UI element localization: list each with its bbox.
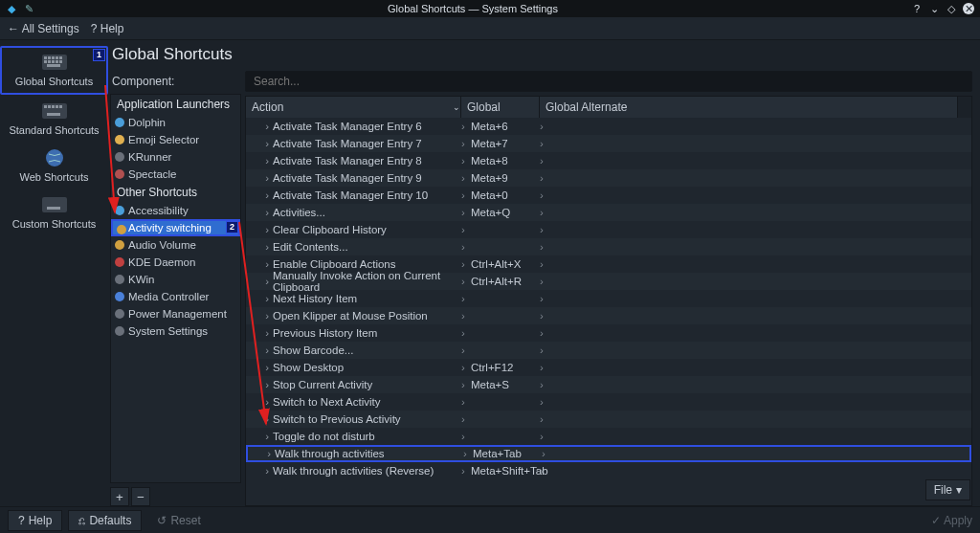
expand-icon[interactable]: ›: [246, 276, 273, 287]
chev-icon: ›: [542, 448, 551, 459]
table-row[interactable]: › Stop Current Activity › Meta+S ›: [246, 376, 971, 393]
comp-item-emoji[interactable]: Emoji Selector: [111, 131, 240, 148]
chev-icon: ›: [461, 241, 471, 253]
expand-icon[interactable]: ›: [246, 241, 273, 253]
expand-icon[interactable]: ›: [246, 344, 273, 356]
comp-item-activity-switching[interactable]: Activity switching2: [111, 219, 240, 236]
remove-button[interactable]: −: [131, 487, 150, 506]
table-row[interactable]: › Previous History Item › ›: [246, 324, 971, 342]
comp-item-audio-volume[interactable]: Audio Volume: [111, 236, 240, 254]
table-row[interactable]: › Activate Task Manager Entry 8 › Meta+8…: [246, 152, 971, 169]
table-row[interactable]: › Walk through activities (Reverse) › Me…: [246, 462, 971, 479]
svg-rect-5: [59, 56, 62, 59]
header-alternate[interactable]: Global Alternate: [540, 97, 958, 118]
reset-button[interactable]: ↺ Reset: [147, 510, 210, 531]
comp-item-kde-daemon[interactable]: KDE Daemon: [111, 254, 240, 271]
table-row[interactable]: › Activate Task Manager Entry 9 › Meta+9…: [246, 169, 971, 187]
add-button[interactable]: +: [110, 487, 129, 506]
defaults-label: Defaults: [89, 514, 131, 527]
sidebar-item-global-shortcuts[interactable]: Global Shortcuts 1: [0, 46, 108, 95]
global-shortcut: Meta+8: [471, 155, 540, 167]
table-row[interactable]: › Show Desktop › Ctrl+F12 ›: [246, 359, 971, 376]
table-row[interactable]: › Show Barcode... › ›: [246, 342, 971, 359]
table-row[interactable]: › Manually Invoke Action on Current Clip…: [246, 273, 971, 290]
header-global[interactable]: Global: [461, 97, 540, 118]
help-button[interactable]: ?Help: [8, 510, 62, 531]
comp-item-system-settings[interactable]: System Settings: [111, 322, 240, 340]
svg-rect-20: [42, 197, 67, 212]
comp-item-power[interactable]: Power Management: [111, 305, 240, 322]
callout-2: 2: [226, 221, 238, 233]
sidebar-item-custom-shortcuts[interactable]: Custom Shortcuts: [0, 190, 108, 235]
expand-icon[interactable]: ›: [246, 362, 273, 373]
comp-item-accessibility[interactable]: Accessibility: [111, 202, 240, 219]
comp-item-krunner[interactable]: KRunner: [111, 148, 240, 166]
expand-icon[interactable]: ›: [246, 121, 273, 132]
table-row[interactable]: › Open Klipper at Mouse Position › ›: [246, 307, 971, 324]
defaults-button[interactable]: ⎌Defaults: [68, 510, 142, 531]
reset-icon: ↺: [157, 514, 167, 527]
action-label: Walk through activities: [275, 448, 463, 459]
table-row[interactable]: › Switch to Previous Activity › ›: [246, 411, 971, 428]
expand-icon[interactable]: ›: [246, 379, 273, 390]
action-label: Previous History Item: [273, 327, 461, 339]
expand-icon[interactable]: ›: [246, 465, 273, 477]
expand-icon[interactable]: ›: [248, 448, 275, 459]
expand-icon[interactable]: ›: [246, 327, 273, 339]
maximize-icon[interactable]: ◇: [946, 3, 957, 14]
help-icon[interactable]: ?: [911, 3, 923, 14]
expand-icon[interactable]: ›: [246, 155, 273, 167]
expand-icon[interactable]: ›: [246, 293, 273, 304]
expand-icon[interactable]: ›: [246, 310, 273, 322]
reset-label: Reset: [170, 514, 200, 527]
toolbar: ← All Settings ? Help: [0, 17, 980, 40]
chev-icon: ›: [540, 258, 549, 270]
comp-item-kwin[interactable]: KWin: [111, 271, 240, 288]
comp-item-dolphin[interactable]: Dolphin: [111, 114, 240, 131]
chev-icon: ›: [540, 276, 549, 287]
svg-rect-16: [56, 105, 58, 108]
run-icon: [115, 152, 124, 162]
file-button[interactable]: File ▾: [925, 479, 970, 500]
expand-icon[interactable]: ›: [246, 396, 273, 408]
table-row[interactable]: › Toggle do not disturb › ›: [246, 428, 971, 445]
table-row[interactable]: › Edit Contents... › ›: [246, 238, 971, 255]
section-app-launchers: Application Launchers: [111, 95, 240, 114]
expand-icon[interactable]: ›: [246, 413, 273, 425]
chev-icon: ›: [461, 310, 471, 322]
table-row[interactable]: › Activate Task Manager Entry 10 › Meta+…: [246, 187, 971, 204]
table-row[interactable]: › Activate Task Manager Entry 6 › Meta+6…: [246, 118, 971, 135]
table-row[interactable]: › Activities... › Meta+Q ›: [246, 204, 971, 221]
expand-icon[interactable]: ›: [246, 189, 273, 201]
expand-icon[interactable]: ›: [246, 207, 273, 218]
table-row[interactable]: › Clear Clipboard History › ›: [246, 221, 971, 238]
table-row[interactable]: › Next History Item › ›: [246, 290, 971, 307]
expand-icon[interactable]: ›: [246, 258, 273, 270]
expand-icon[interactable]: ›: [246, 172, 273, 184]
back-button[interactable]: ← All Settings: [8, 22, 79, 35]
chev-icon: ›: [540, 224, 549, 235]
sidebar-item-standard-shortcuts[interactable]: Standard Shortcuts: [0, 97, 108, 142]
expand-icon[interactable]: ›: [246, 138, 273, 149]
keep-above-icon[interactable]: ⌄: [928, 3, 940, 14]
apply-button: Apply: [931, 514, 972, 527]
svg-rect-4: [56, 56, 58, 59]
expand-icon[interactable]: ›: [246, 431, 273, 442]
table-row[interactable]: 3 › Walk through activities › Meta+Tab ›: [246, 445, 971, 462]
comp-item-spectacle[interactable]: Spectacle: [111, 166, 240, 183]
table-row[interactable]: › Switch to Next Activity › ›: [246, 393, 971, 411]
comp-item-media-controller[interactable]: Media Controller: [111, 288, 240, 305]
chev-icon: ›: [461, 327, 471, 339]
search-input[interactable]: [245, 71, 972, 92]
chev-icon: ›: [461, 189, 471, 201]
scrollbar-track[interactable]: [958, 97, 971, 118]
close-icon[interactable]: ✕: [963, 3, 974, 14]
chev-icon: ›: [540, 362, 549, 373]
toolbar-help[interactable]: ? Help: [91, 22, 124, 35]
keyboard-icon: [41, 100, 68, 122]
expand-icon[interactable]: ›: [246, 224, 273, 235]
activity-icon: [117, 225, 126, 234]
table-row[interactable]: › Activate Task Manager Entry 7 › Meta+7…: [246, 135, 971, 152]
header-action[interactable]: Action⌄: [246, 97, 461, 118]
sidebar-item-web-shortcuts[interactable]: Web Shortcuts: [0, 144, 108, 189]
